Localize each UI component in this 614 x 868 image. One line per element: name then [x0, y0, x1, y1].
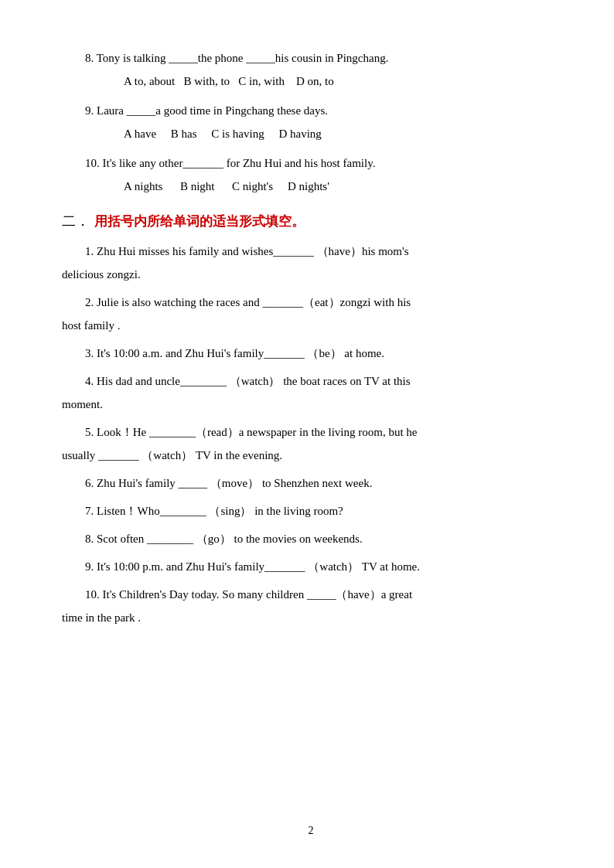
fb-question-3: 3. It's 10:00 a.m. and Zhu Hui's family_… — [62, 342, 560, 365]
fb-question-7: 7. Listen！Who________ （sing） in the livi… — [62, 499, 560, 523]
q8-options: A to, about B with, to C in, with D on, … — [62, 70, 560, 93]
fb3-line1: 3. It's 10:00 a.m. and Zhu Hui's family_… — [62, 342, 560, 365]
section-two-header: 二． 用括号内所给单词的适当形式填空。 — [62, 212, 560, 230]
question-9: 9. Laura _____a good time in Pingchang t… — [62, 99, 560, 145]
fb-question-2: 2. Julie is also watching the races and … — [62, 291, 560, 337]
fb5-line2: usually _______ （watch） TV in the evenin… — [62, 444, 560, 467]
fb5-line1: 5. Look！He ________（read）a newspaper in … — [62, 420, 560, 444]
q9-options: A have B has C is having D having — [62, 122, 560, 145]
fb9-line1: 9. It's 10:00 p.m. and Zhu Hui's family_… — [62, 555, 560, 578]
fb-question-8: 8. Scot often ________ （go） to the movie… — [62, 527, 560, 550]
question-10: 10. It's like any other_______ for Zhu H… — [62, 151, 560, 198]
q8-text: 8. Tony is talking _____the phone _____h… — [62, 46, 560, 70]
fb10-line1: 10. It's Children's Day today. So many c… — [62, 583, 560, 606]
fb-question-5: 5. Look！He ________（read）a newspaper in … — [62, 420, 560, 467]
section-two-number: 二． — [62, 212, 90, 230]
fb-question-9: 9. It's 10:00 p.m. and Zhu Hui's family_… — [62, 555, 560, 578]
section-two-title: 用括号内所给单词的适当形式填空。 — [94, 213, 305, 230]
fb-question-10: 10. It's Children's Day today. So many c… — [62, 583, 560, 629]
fb2-line2: host family . — [62, 314, 560, 337]
fb1-line2: delicious zongzi. — [62, 263, 560, 286]
fb4-line2: moment. — [62, 393, 560, 416]
q10-text: 10. It's like any other_______ for Zhu H… — [62, 151, 560, 175]
fb10-line2: time in the park . — [62, 606, 560, 629]
page-number: 2 — [62, 825, 560, 837]
fb2-line1: 2. Julie is also watching the races and … — [62, 291, 560, 314]
fb-question-6: 6. Zhu Hui's family _____ （move） to Shen… — [62, 471, 560, 495]
fb-question-1: 1. Zhu Hui misses his family and wishes_… — [62, 240, 560, 286]
fb8-line1: 8. Scot often ________ （go） to the movie… — [62, 527, 560, 550]
fb7-line1: 7. Listen！Who________ （sing） in the livi… — [62, 499, 560, 523]
q9-text: 9. Laura _____a good time in Pingchang t… — [62, 99, 560, 122]
section-one: 8. Tony is talking _____the phone _____h… — [62, 46, 560, 198]
question-8: 8. Tony is talking _____the phone _____h… — [62, 46, 560, 93]
section-two: 二． 用括号内所给单词的适当形式填空。 1. Zhu Hui misses hi… — [62, 212, 560, 629]
fb6-line1: 6. Zhu Hui's family _____ （move） to Shen… — [62, 471, 560, 495]
fb4-line1: 4. His dad and uncle________ （watch） the… — [62, 369, 560, 393]
fb-question-4: 4. His dad and uncle________ （watch） the… — [62, 369, 560, 416]
fb1-line1: 1. Zhu Hui misses his family and wishes_… — [62, 240, 560, 263]
q10-options: A nights B night C night's D nights' — [62, 175, 560, 198]
